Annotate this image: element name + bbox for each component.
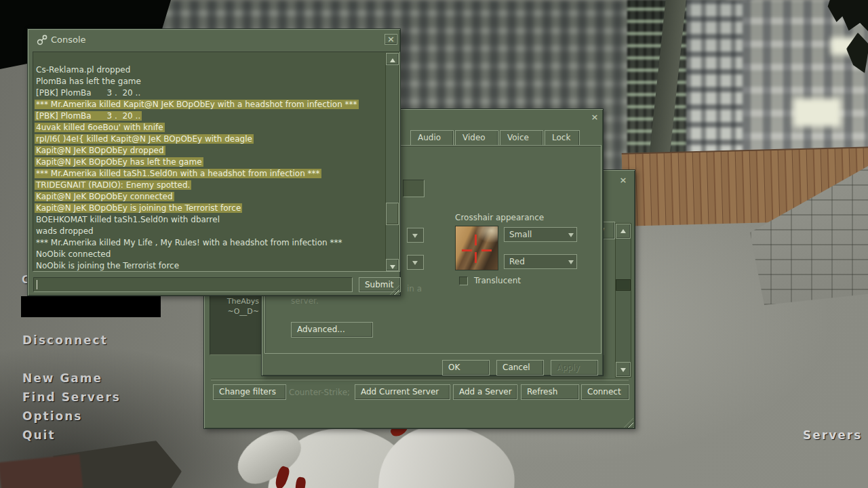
crosshair-preview (455, 226, 498, 270)
menu-item-options[interactable]: Options (22, 409, 82, 423)
console-window-title: Console (51, 35, 86, 45)
console-message: 4uvak killed 6oeBou' with knife (35, 122, 384, 134)
crosshair-segment (475, 252, 477, 263)
console-message: PlomBa has left the game (35, 76, 384, 87)
advanced-button[interactable]: Advanced... (291, 322, 373, 338)
partial-text-field[interactable] (403, 180, 425, 197)
close-icon[interactable]: × (589, 113, 600, 122)
crosshair-color-dropdown[interactable]: Red (504, 254, 577, 269)
console-message: Kapit@N JeK BOpObEy connected (35, 191, 384, 203)
connect-button[interactable]: Connect (581, 384, 629, 400)
console-message: Cs-Reklama.pl dropped (35, 64, 384, 76)
console-message: *** Mr.Amerika killed Kapit@N JeK BOpObE… (35, 99, 384, 110)
add-current-server-button[interactable]: Add Current Server (355, 384, 450, 400)
description-fragment: server. (291, 296, 319, 306)
console-message: TRIDEGNAIT (RADIO): Enemy spotted. (35, 180, 384, 191)
close-icon[interactable]: × (384, 34, 397, 45)
partial-dropdown-arrow[interactable] (407, 255, 424, 270)
divider (211, 379, 629, 380)
console-message: [PBK] PlomBa 3 . 20 .. (35, 110, 384, 122)
servers-page-label: Servers (803, 428, 862, 442)
chevron-down-icon (412, 234, 418, 238)
console-input[interactable] (33, 277, 353, 292)
lit-window (793, 98, 841, 127)
console-messages: Cs-Reklama.pl dropped PlomBa has left th… (35, 64, 384, 272)
add-a-server-button[interactable]: Add a Server (453, 384, 517, 400)
crosshair-section-title: Crosshair appearance (455, 213, 544, 222)
triangle-up-icon (390, 58, 395, 62)
console-message: wads dropped (35, 226, 384, 237)
console-message: *** Mr.Amerika killed taSh1.Seld0n with … (35, 168, 384, 180)
server-list-row[interactable]: TheAbys (210, 297, 259, 306)
crosshair-segment (475, 235, 477, 245)
console-message: rpI/I6( )4eI{ killed Kapit@N JeK BOpObEy… (35, 134, 384, 145)
scroll-down-button[interactable] (386, 259, 399, 271)
tab-lock[interactable]: Lock (545, 130, 580, 146)
steam-icon (36, 34, 48, 46)
triangle-down-icon (620, 368, 626, 372)
scrollbar-thumb[interactable] (616, 279, 631, 291)
menu-item-disconnect[interactable]: Disconnect (22, 333, 108, 347)
server-list-row[interactable]: ~O__D~ (210, 307, 259, 316)
console-message: NoObik is joining the Terrorist force (35, 260, 384, 272)
game-screen: C Disconnect New Game Find Servers Optio… (0, 0, 868, 488)
chevron-down-icon (568, 260, 574, 264)
partial-dropdown-arrow[interactable] (407, 228, 424, 243)
console-message: Kapit@N JeK BOpObEy dropped (35, 145, 384, 157)
description-fragment: in a (407, 284, 422, 293)
scroll-up-button[interactable] (616, 224, 631, 239)
tab-voice[interactable]: Voice (500, 130, 543, 146)
crosshair-size-dropdown[interactable]: Small (504, 227, 577, 242)
triangle-up-icon (620, 229, 626, 233)
crosshair-segment (462, 249, 472, 251)
console-scrollbar[interactable] (385, 53, 398, 271)
console-message: *** Mr.Amerika killed My Life , My Rules… (35, 237, 384, 249)
console-message: BOEHKOMAT killed taSh1.Seld0n with dbarr… (35, 214, 384, 226)
console-message: Kapit@N JeK BOpObEy is joining the Terro… (35, 203, 384, 214)
chevron-down-icon (568, 233, 574, 237)
console-message: [PBK] PlomBa 3 . 20 .. (35, 87, 384, 99)
cancel-button[interactable]: Cancel (496, 360, 544, 375)
console-window: Console × Cs-Reklama.pl dropped PlomBa h… (27, 28, 401, 296)
refresh-button[interactable]: Refresh (521, 384, 579, 400)
tab-video[interactable]: Video (455, 130, 498, 146)
change-filters-button[interactable]: Change filters (213, 384, 286, 400)
chevron-down-icon (412, 261, 418, 265)
menu-item-quit[interactable]: Quit (22, 428, 56, 442)
close-icon[interactable]: × (618, 176, 629, 185)
apply-button-disabled: Apply (551, 360, 598, 375)
scroll-up-button[interactable] (386, 53, 399, 65)
console-log[interactable]: Cs-Reklama.pl dropped PlomBa has left th… (33, 52, 400, 272)
tab-audio[interactable]: Audio (410, 130, 454, 146)
menu-item-new-game[interactable]: New Game (22, 371, 102, 385)
console-message: Kapit@N JeK BOpObEy has left the game (35, 157, 384, 168)
menu-selection-black-box (21, 296, 161, 317)
translucent-label: Translucent (474, 276, 521, 285)
submit-button[interactable]: Submit (359, 277, 401, 292)
triangle-down-icon (390, 265, 395, 269)
text-caret (37, 280, 37, 289)
menu-item-find-servers[interactable]: Find Servers (22, 390, 121, 404)
scroll-down-button[interactable] (616, 362, 631, 377)
server-list-scrollbar[interactable] (615, 223, 631, 378)
scrollbar-thumb[interactable] (386, 203, 399, 225)
ok-button[interactable]: OK (442, 360, 490, 375)
crosshair-segment (481, 249, 492, 251)
console-message: NoObik connected (35, 249, 384, 260)
filter-summary-text: Counter-Strike; (289, 388, 350, 397)
translucent-checkbox[interactable] (459, 277, 468, 285)
resize-grip[interactable] (624, 418, 633, 428)
